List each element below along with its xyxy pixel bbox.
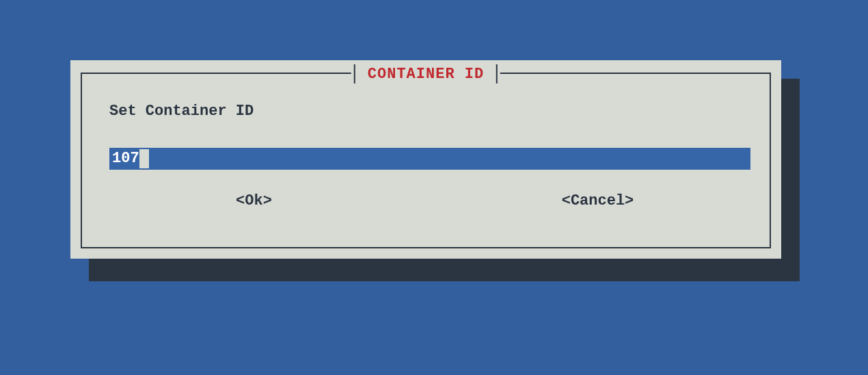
dialog: CONTAINER ID Set Container ID 107 <Ok> <…: [70, 60, 781, 259]
dialog-prompt: Set Container ID: [109, 103, 254, 120]
dialog-buttons: <Ok> <Cancel>: [82, 192, 770, 209]
container-id-input[interactable]: 107: [109, 148, 750, 170]
dialog-frame: CONTAINER ID Set Container ID 107 <Ok> <…: [81, 73, 771, 248]
dialog-title: CONTAINER ID: [355, 66, 496, 83]
text-cursor: [139, 149, 149, 168]
dialog-title-wrap: CONTAINER ID: [351, 64, 500, 83]
cancel-button[interactable]: <Cancel>: [426, 192, 770, 209]
title-border-right: [496, 64, 498, 83]
ok-button[interactable]: <Ok>: [82, 192, 426, 209]
input-value: 107: [112, 150, 139, 167]
